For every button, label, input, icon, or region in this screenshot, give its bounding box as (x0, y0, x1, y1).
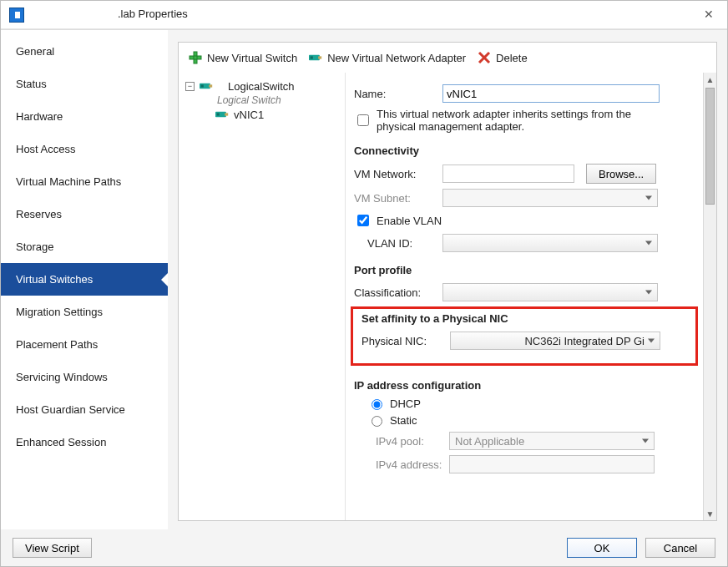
sidebar-item-virtual-switches[interactable]: Virtual Switches (1, 263, 168, 296)
enable-vlan-label: Enable VLAN (377, 215, 442, 227)
new-virtual-network-adapter-button[interactable]: New Virtual Network Adapter (306, 49, 469, 66)
connectivity-heading: Connectivity (351, 138, 698, 159)
new-virtual-network-adapter-label: New Virtual Network Adapter (327, 52, 466, 64)
tree-switch-node[interactable]: − LogicalSwitch (182, 78, 341, 94)
port-profile-heading: Port profile (351, 257, 698, 278)
static-label: Static (390, 414, 417, 427)
new-virtual-switch-button[interactable]: New Virtual Switch (185, 49, 301, 66)
tree-switch-label: LogicalSwitch (228, 80, 295, 93)
sidebar: General Status Hardware Host Access Virt… (1, 30, 168, 529)
properties-dialog: .lab Properties ✕ General Status Hardwar… (0, 0, 728, 567)
network-adapter-icon (200, 79, 213, 93)
svg-rect-10 (201, 84, 204, 87)
switch-tree: − LogicalSwitch Logical Switch (179, 73, 346, 520)
svg-rect-1 (190, 56, 201, 59)
physical-nic-value: NC362i Integrated DP Gi (451, 332, 660, 351)
tree-collapse-icon[interactable]: − (185, 82, 195, 91)
vm-subnet-label: VM Subnet: (351, 192, 442, 205)
cancel-button[interactable]: Cancel (645, 538, 715, 558)
sidebar-item-status[interactable]: Status (1, 68, 168, 100)
svg-rect-6 (318, 56, 321, 58)
sidebar-item-hardware[interactable]: Hardware (1, 100, 168, 133)
titlebar: .lab Properties ✕ (1, 1, 727, 29)
network-adapter-icon (309, 51, 322, 64)
sidebar-item-placement-paths[interactable]: Placement Paths (1, 328, 168, 361)
sidebar-item-servicing-windows[interactable]: Servicing Windows (1, 361, 168, 393)
sidebar-item-reserves[interactable]: Reserves (1, 198, 168, 230)
dhcp-radio[interactable] (372, 399, 382, 410)
physical-nic-label: Physical NIC: (358, 335, 450, 347)
network-adapter-icon (215, 108, 229, 121)
ipv4-pool-value: Not Applicable (450, 433, 654, 451)
plus-icon (189, 51, 202, 64)
sidebar-item-vm-paths[interactable]: Virtual Machine Paths (1, 165, 168, 198)
tree-vnic-label: vNIC1 (234, 109, 264, 121)
ipv4-address-input (449, 455, 655, 473)
close-icon[interactable]: ✕ (700, 6, 717, 23)
vlan-id-combo[interactable] (442, 234, 658, 252)
inherit-checkbox[interactable] (357, 114, 369, 126)
sidebar-item-storage[interactable]: Storage (1, 230, 168, 263)
enable-vlan-checkbox[interactable] (357, 215, 369, 226)
sidebar-item-migration[interactable]: Migration Settings (1, 296, 168, 328)
vm-network-label: VM Network: (351, 168, 442, 180)
tree-switch-subtitle: Logical Switch (182, 94, 341, 106)
delete-icon (478, 51, 491, 64)
form-area: Name: This virtual network adapter inher… (346, 73, 716, 520)
affinity-highlight: Set affinity to a Physical NIC Physical … (351, 306, 698, 366)
ok-button[interactable]: OK (567, 538, 637, 558)
svg-rect-5 (311, 56, 313, 58)
browse-button[interactable]: Browse... (586, 164, 656, 184)
toolbar: New Virtual Switch New Virtual Network A… (179, 43, 716, 73)
delete-button[interactable]: Delete (474, 49, 531, 66)
name-label: Name: (351, 88, 442, 100)
affinity-heading: Set affinity to a Physical NIC (358, 312, 690, 327)
ip-config-heading: IP address configuration (351, 372, 698, 393)
new-virtual-switch-label: New Virtual Switch (207, 52, 297, 64)
static-radio[interactable] (372, 416, 382, 427)
name-input[interactable] (442, 84, 660, 103)
view-script-button[interactable]: View Script (13, 538, 92, 558)
classification-combo[interactable] (442, 283, 658, 301)
ipv4-pool-label: IPv4 pool: (351, 435, 449, 448)
scroll-up-icon[interactable]: ▲ (704, 73, 716, 86)
delete-label: Delete (496, 52, 528, 64)
vlan-id-label: VLAN ID: (351, 237, 442, 250)
main-area: New Virtual Switch New Virtual Network A… (168, 30, 727, 529)
physical-nic-combo[interactable]: NC362i Integrated DP Gi (450, 332, 660, 350)
scroll-thumb[interactable] (705, 88, 715, 205)
svg-rect-14 (225, 113, 228, 115)
virtual-switch-panel: New Virtual Switch New Virtual Network A… (178, 42, 717, 521)
ipv4-pool-combo: Not Applicable (449, 432, 655, 450)
svg-rect-13 (217, 113, 220, 115)
svg-rect-11 (209, 84, 212, 87)
sidebar-item-host-access[interactable]: Host Access (1, 133, 168, 165)
dhcp-label: DHCP (390, 397, 421, 410)
vm-network-input[interactable] (442, 165, 574, 183)
scroll-down-icon[interactable]: ▼ (704, 507, 716, 520)
form-scrollbar[interactable]: ▲ ▼ (703, 73, 716, 520)
sidebar-item-general[interactable]: General (1, 35, 168, 68)
classification-label: Classification: (351, 286, 442, 299)
tree-vnic-node[interactable]: vNIC1 (182, 106, 341, 123)
ipv4-address-label: IPv4 address: (351, 458, 449, 471)
vm-subnet-combo (442, 189, 658, 207)
dialog-footer: View Script OK Cancel (1, 529, 727, 566)
sidebar-item-enhanced-session[interactable]: Enhanced Session (1, 426, 168, 458)
window-title: .lab Properties (118, 8, 188, 20)
sidebar-item-host-guardian[interactable]: Host Guardian Service (1, 393, 168, 426)
app-icon (9, 8, 24, 23)
inherit-label: This virtual network adapter inherits se… (377, 108, 660, 133)
